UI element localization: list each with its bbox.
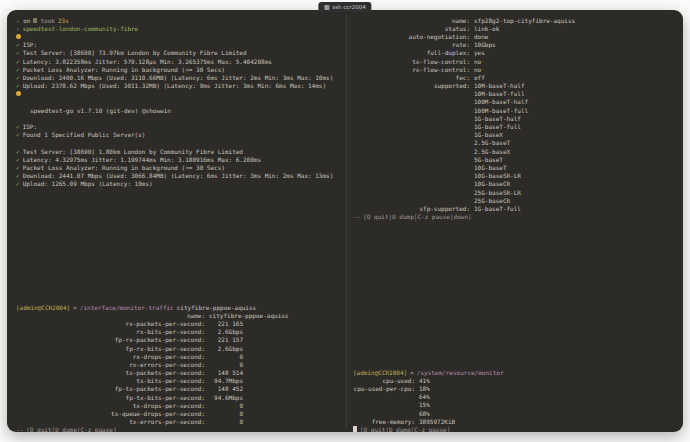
- banner-text: speedtest-go v1.7.10 (git-dev) @showwin: [30, 107, 171, 114]
- property-value: 0: [205, 402, 243, 409]
- property-value: 1G-baseT-half: [474, 115, 521, 122]
- property-value: 10Gbps: [474, 41, 496, 48]
- property-row: 1G-baseT-full: [353, 122, 677, 130]
- check-icon: ✓: [16, 131, 20, 138]
- output-line: ✓Latency: 4.32975ms Jitter: 1.199744ms M…: [16, 155, 348, 163]
- property-row: 2.5G-baseX: [353, 147, 677, 155]
- property-value: yes: [474, 49, 485, 56]
- property-row: tx-bits-per-second:94.7Mbps: [16, 377, 348, 385]
- property-row: 1G-baseX: [353, 131, 677, 139]
- property-label: full-duplex:: [353, 49, 470, 56]
- property-value: sfp28g2-top-cityfibre-aquiss: [474, 17, 575, 24]
- pane-speedtest[interactable]: - on took 23s › speedtest-london-communi…: [16, 16, 348, 188]
- property-row: 2.5G-baseT: [353, 139, 677, 147]
- property-row: sfp-supported:1G-baseT-full: [353, 204, 677, 212]
- window-tab-title: ssh ccr2004: [332, 4, 365, 10]
- property-row: supported:10M-baseT-half: [353, 82, 677, 90]
- property-value: off: [474, 74, 485, 81]
- output-line: ✓Packet Loss Analyzer: Running in backgr…: [16, 163, 348, 171]
- property-value: 41%: [419, 377, 430, 384]
- yellow-emoji-icon: [16, 91, 21, 96]
- blank-line: [16, 98, 348, 106]
- property-row: 5G-baseT: [353, 155, 677, 163]
- property-value: 94.7Mbps: [205, 377, 243, 384]
- property-label: fp-rx-packets-per-second:: [16, 336, 205, 343]
- property-label: fp-tx-packets-per-second:: [16, 385, 205, 392]
- property-row: tx-queue-drops-per-second:0: [16, 409, 348, 417]
- blank-line: [16, 139, 348, 147]
- check-icon: ✓: [16, 172, 20, 179]
- property-label: tx-drops-per-second:: [16, 402, 205, 409]
- property-value: 25G-baseSR-LR: [474, 189, 521, 196]
- status-prefix: --: [353, 213, 360, 220]
- property-label: rx-flow-control:: [353, 66, 470, 73]
- check-icon: ✓: [16, 156, 20, 163]
- command-argument: cityfibre-pppoe-aquiss: [177, 304, 256, 311]
- check-icon: ✓: [16, 82, 20, 89]
- property-row: rx-drops-per-second:0: [16, 352, 348, 360]
- property-value: 94.6Mbps: [205, 394, 243, 401]
- property-value: 2.6Gbps: [205, 328, 243, 335]
- property-row: tx-errors-per-second:0: [16, 418, 348, 426]
- property-value: 25G-baseCR: [474, 197, 510, 204]
- pane-resource-monitor[interactable]: [admin@CCR2004] > /system/resource/monit…: [353, 368, 677, 432]
- speedtest-run2-output-a: ✓ISP: ✓Found 1 Specified Public Server(s…: [16, 122, 348, 138]
- output-line: ✓ISP:: [16, 41, 348, 49]
- speedtest-run2-output-b: ✓Test Server: [38690] 1.80km London by C…: [16, 147, 348, 188]
- property-row: 10G-baseCR: [353, 180, 677, 188]
- property-row: 15%: [353, 401, 677, 409]
- output-text: Download: 2441.07 Mbps (Used: 3066.84MB)…: [23, 172, 334, 179]
- property-value: 100M-baseT-half: [474, 98, 528, 105]
- property-label: name:: [353, 17, 470, 24]
- check-icon: ✓: [16, 148, 20, 155]
- status-prefix: --: [16, 426, 23, 432]
- property-value: 10M-baseT-half: [474, 82, 525, 89]
- property-label: fp-rx-bits-per-second:: [16, 345, 205, 352]
- monitor-status-bar: -- [Q quit|D dump|C-z pause]: [16, 426, 348, 432]
- output-line: ✓Download: 2400.16 Mbps (Used: 3110.66MB…: [16, 73, 348, 81]
- property-value: 148 452: [205, 385, 243, 392]
- property-value: 5G-baseT: [474, 156, 503, 163]
- property-label: sfp-supported:: [353, 205, 470, 212]
- output-line: ✓Download: 2441.07 Mbps (Used: 3066.84MB…: [16, 172, 348, 180]
- property-label: auto-negotiation:: [353, 33, 470, 40]
- output-text: Found 1 Specified Public Server(s): [23, 131, 146, 138]
- output-line: ✓ISP:: [16, 122, 348, 130]
- output-line: ✓Test Server: [38690] 73.97km London by …: [16, 49, 348, 57]
- status-keys: [Q quit|D dump|C-z pause]: [360, 426, 450, 432]
- property-row: 25G-baseCR: [353, 196, 677, 204]
- property-value: 64%: [419, 393, 430, 400]
- speedtest-banner: speedtest-go v1.7.10 (git-dev) @showwin: [16, 106, 348, 114]
- window-tab[interactable]: ssh ccr2004: [318, 2, 371, 12]
- prompt-separator: >: [73, 304, 77, 311]
- terminal-window: - on took 23s › speedtest-london-communi…: [7, 10, 683, 432]
- pane-traffic-monitor[interactable]: [admin@CCR2004] > /interface/monitor-tra…: [16, 303, 348, 432]
- property-value: 2.6Gbps: [205, 345, 243, 352]
- property-value: 1G-baseT-full: [474, 205, 521, 212]
- property-label: rx-errors-per-second:: [16, 361, 205, 368]
- cursor-block: [353, 426, 357, 432]
- property-row: fp-tx-bits-per-second:94.6Mbps: [16, 393, 348, 401]
- property-value: 15%: [419, 401, 430, 408]
- property-row: tx-packets-per-second:148 514: [16, 369, 348, 377]
- branch-icon: [33, 18, 37, 23]
- property-row: rx-flow-control:no: [353, 65, 677, 73]
- emoji-line: [16, 90, 348, 98]
- traffic-properties: rx-packets-per-second:221 165 rx-bits-pe…: [16, 319, 348, 425]
- property-label: supported:: [353, 82, 470, 89]
- property-row: rate:10Gbps: [353, 41, 677, 49]
- property-label: tx-queue-drops-per-second:: [16, 410, 205, 417]
- routeros-command-line: [admin@CCR2004] > /interface/monitor-tra…: [16, 303, 348, 311]
- property-row: 1G-baseT-half: [353, 114, 677, 122]
- property-row: rx-packets-per-second:221 165: [16, 319, 348, 327]
- command-duration: 23s: [58, 17, 69, 24]
- property-row: full-duplex:yes: [353, 49, 677, 57]
- property-row: cpu-used:41%: [353, 376, 677, 384]
- resource-properties: cpu-used:41% cpu-used-per-cpu:18% 64% 15…: [353, 376, 677, 425]
- output-text: Latency: 3.822358ms Jitter: 570.128µs Mi…: [23, 58, 272, 65]
- property-value: 100M-baseT-full: [474, 107, 528, 114]
- terminal-icon: [324, 5, 329, 10]
- command-text: speedtest-london-community-fibre: [23, 25, 139, 32]
- check-icon: ✓: [16, 180, 20, 187]
- pane-ethernet-monitor[interactable]: name:sfp28g2-top-cityfibre-aquiss status…: [353, 16, 677, 221]
